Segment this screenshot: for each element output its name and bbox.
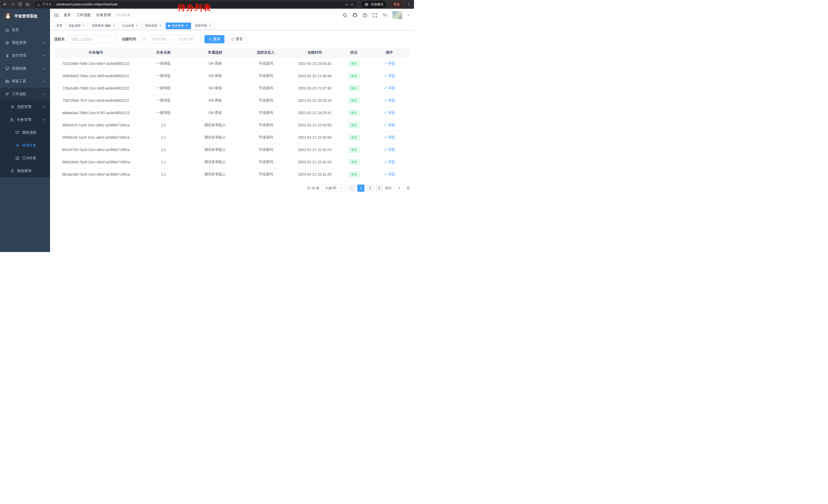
sidebar-item-devtools[interactable]: 研发工具 [0, 75, 50, 88]
search-icon[interactable] [342, 13, 347, 18]
cell-starter: 芋道源码 [241, 144, 291, 156]
tab-label: 我的流程 [145, 24, 157, 28]
process-name-label: 流程名 [54, 37, 65, 42]
process-name-input[interactable] [68, 35, 116, 43]
table-row: 069c6a63-7b8a-11ec-8ef0-acde48001122一级审批… [54, 70, 410, 82]
status-badge: 激活 [348, 159, 360, 165]
sidebar-item-todo-task[interactable]: 待办任务 [0, 139, 50, 152]
approve-link[interactable]: 审批 [384, 86, 395, 91]
tab-my-process[interactable]: 我的流程× [142, 22, 164, 29]
back-icon[interactable] [3, 2, 7, 6]
next-page-button[interactable] [376, 185, 383, 192]
forward-icon[interactable] [10, 2, 15, 6]
sidebar-toggle-icon[interactable] [54, 13, 59, 18]
cell-process: 测试多审批人 [189, 168, 241, 180]
breadcrumb: 首页 / 工作流程 / 任务管理 / 待办任务 [64, 13, 131, 17]
sidebar-item-payment[interactable]: 支付管理 [0, 49, 50, 62]
menu-dots-icon[interactable] [407, 2, 411, 6]
tab-start-process[interactable]: 发起流程× [66, 22, 88, 29]
fullscreen-icon[interactable] [372, 13, 377, 18]
user-avatar[interactable] [392, 11, 402, 19]
toolbox-icon [5, 79, 9, 83]
update-button[interactable]: 更新 [390, 1, 404, 7]
approve-link[interactable]: 审批 [384, 135, 395, 140]
star-icon[interactable] [350, 3, 354, 6]
incognito-badge: 无痕模式 [361, 1, 386, 8]
home-icon[interactable] [26, 2, 30, 6]
approve-link[interactable]: 审批 [384, 172, 395, 177]
check-icon [15, 156, 19, 160]
caret-down-icon[interactable] [407, 14, 410, 16]
date-range-picker[interactable]: 开始日期 - 结束日期 [139, 35, 201, 43]
annotation-text: 待办列表 [178, 2, 212, 13]
tab-close-icon[interactable]: × [208, 24, 212, 28]
approve-link[interactable]: 审批 [384, 110, 395, 115]
breadcrumb-item-home[interactable]: 首页 [64, 13, 71, 17]
approve-link-label: 审批 [388, 74, 395, 78]
jump-page-input[interactable] [394, 185, 405, 192]
prev-page-button[interactable] [348, 185, 355, 192]
cell-action: 审批 [369, 82, 410, 94]
cell-starter: 芋道源码 [241, 168, 291, 180]
tab-close-icon[interactable]: × [82, 24, 86, 28]
sidebar-item-done-task[interactable]: 已办任务 [0, 152, 50, 165]
warning-icon[interactable] [37, 3, 40, 6]
tab-close-icon[interactable]: × [158, 24, 162, 28]
edit-icon [384, 160, 387, 164]
sidebar-item-my-process[interactable]: 我的流程 [0, 126, 50, 139]
reset-button[interactable]: 重置 [227, 35, 247, 43]
sidebar-item-task-mgmt[interactable]: 任务管理 [0, 113, 50, 126]
approve-link[interactable]: 审批 [384, 61, 395, 66]
sidebar-item-leave-query[interactable]: 请假查询 [0, 165, 50, 177]
sidebar-item-home[interactable]: 首页 [0, 24, 50, 36]
table-row: a6aba0a4-7b6d-11ec-b781-acde48001122一级审批… [54, 107, 410, 119]
tab-close-icon[interactable]: × [185, 24, 189, 28]
approve-link-label: 审批 [388, 135, 395, 140]
cell-status: 激活 [339, 144, 369, 156]
search-button[interactable]: 搜索 [204, 35, 224, 43]
key-icon[interactable] [345, 3, 348, 6]
tab-done-task[interactable]: 已办任务× [120, 22, 141, 29]
breadcrumb-item-workflow[interactable]: 工作流程 [76, 13, 91, 17]
approve-link[interactable]: 审批 [384, 160, 395, 164]
tab-process-detail[interactable]: 流程详情× [192, 22, 214, 29]
sidebar-item-label: 首页 [12, 28, 19, 32]
cell-status: 激活 [339, 82, 369, 94]
workflow-icon [5, 92, 9, 96]
font-size-icon[interactable] [382, 13, 387, 18]
tab-label: 流程表单-编辑 [92, 24, 111, 28]
cell-starter: 芋道源码 [241, 94, 291, 107]
cell-create-time: 2022-01-22 21:48:48 [291, 70, 339, 82]
approve-link[interactable]: 审批 [384, 98, 395, 103]
tab-form-edit[interactable]: 流程表单-编辑× [89, 22, 118, 29]
sidebar-item-system[interactable]: 系统管理 [0, 36, 50, 49]
cell-process: 测试多审批人 [189, 156, 241, 168]
tab-label: 待办任务 [172, 24, 184, 28]
approve-link[interactable]: 审批 [384, 147, 395, 152]
reload-icon[interactable] [18, 2, 22, 6]
sidebar-item-workflow[interactable]: 工作流程 [0, 88, 50, 100]
page-size-select[interactable]: 10条/页 [322, 185, 346, 192]
tab-close-icon[interactable]: × [135, 24, 139, 28]
approve-link[interactable]: 审批 [384, 74, 395, 78]
page-2-button[interactable]: 2 [367, 185, 374, 192]
help-icon[interactable] [363, 13, 367, 18]
tab-todo-task[interactable]: 待办任务× [166, 22, 191, 29]
approve-link[interactable]: 审批 [384, 123, 395, 127]
sidebar-item-process-mgmt[interactable]: 流程管理 [0, 100, 50, 113]
breadcrumb-item-task-mgmt[interactable]: 任务管理 [96, 13, 111, 17]
github-icon[interactable] [353, 13, 357, 18]
table-row: 580e1b3d-7ac8-11ec-a9e2-a2380e71991a1.1测… [54, 156, 410, 168]
page-1-button[interactable]: 1 [357, 185, 365, 192]
calendar-icon [142, 37, 146, 41]
sidebar-menu: 首页系统管理支付管理基础设施研发工具工作流程流程管理任务管理我的流程待办任务已办… [0, 24, 50, 177]
status-badge: 激活 [348, 60, 360, 67]
tab-home[interactable]: 首页 [54, 22, 65, 29]
user-icon [10, 169, 14, 173]
cell-process: 测试多审批人 [189, 119, 241, 131]
column-header-3: 流程发起人 [241, 48, 291, 57]
app-logo[interactable]: 芋道管理系统 [0, 9, 50, 24]
sidebar-item-infrastructure[interactable]: 基础设施 [0, 62, 50, 75]
table-row: 725a1eb6-7b88-11ec-8ef0-acde48001122一级审批… [54, 82, 410, 94]
tab-close-icon[interactable]: × [112, 24, 116, 28]
